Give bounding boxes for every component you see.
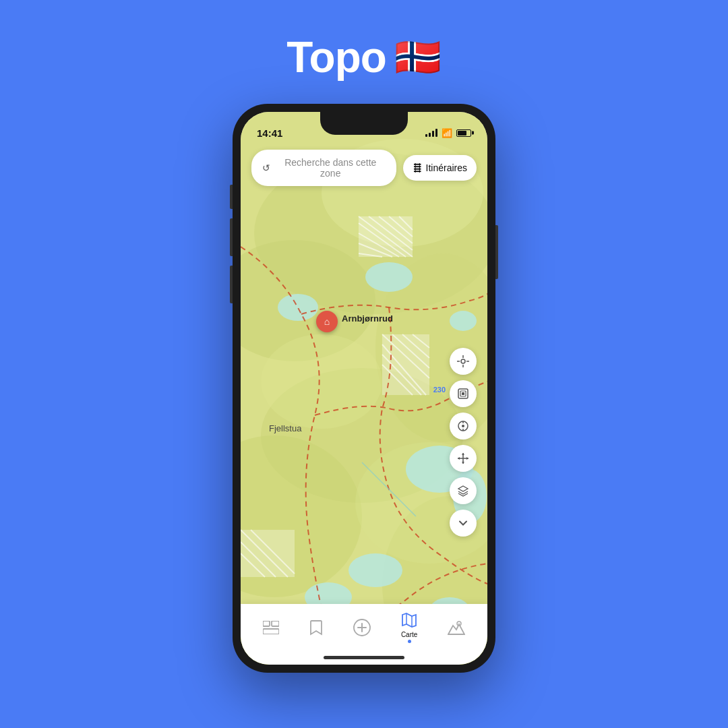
notch xyxy=(320,112,408,135)
signal-icon xyxy=(425,129,437,137)
pin-home-icon: ⌂ xyxy=(324,316,330,327)
app-title: Topo xyxy=(286,32,386,82)
itineraires-button[interactable]: 🛤 Itinéraires xyxy=(403,155,477,181)
search-refresh-icon: ↺ xyxy=(262,162,270,173)
signal-bar-2 xyxy=(429,133,431,137)
battery-icon xyxy=(456,129,471,137)
location-label: Arnbjørnrud xyxy=(342,313,393,324)
bookmark-icon xyxy=(309,619,323,636)
carte-label: Carte xyxy=(401,631,417,638)
power-button xyxy=(495,225,498,279)
svg-point-43 xyxy=(461,359,465,363)
pin-marker: ⌂ xyxy=(316,311,338,332)
home-indicator xyxy=(324,656,404,659)
svg-rect-63 xyxy=(263,629,279,634)
map-pin[interactable]: ⌂ xyxy=(316,311,338,332)
phone-frame: 14:41 📶 ↺ R xyxy=(233,104,495,673)
terrain-icon xyxy=(448,620,465,635)
menu-icon xyxy=(263,621,279,634)
signal-bar-3 xyxy=(432,131,434,137)
status-icons: 📶 xyxy=(425,128,471,138)
svg-rect-50 xyxy=(462,392,464,395)
nav-item-menu[interactable] xyxy=(255,617,287,638)
svg-rect-30 xyxy=(382,334,429,395)
move-button[interactable] xyxy=(450,445,477,472)
svg-rect-62 xyxy=(272,621,279,626)
map-right-controls xyxy=(450,348,477,537)
nav-item-carte[interactable]: Carte xyxy=(393,608,425,647)
location-button[interactable] xyxy=(450,348,477,375)
volume-down-button xyxy=(230,266,233,303)
signal-bar-1 xyxy=(425,134,427,137)
map-icon xyxy=(401,612,417,628)
nav-item-add[interactable] xyxy=(345,615,379,640)
svg-marker-59 xyxy=(458,457,460,460)
svg-point-15 xyxy=(348,553,402,587)
collapse-button[interactable] xyxy=(450,510,477,537)
map-layers-button[interactable] xyxy=(450,380,477,407)
app-header: Topo 🇳🇴 xyxy=(286,32,442,82)
active-dot xyxy=(408,640,411,643)
stack-layers-button[interactable] xyxy=(450,477,477,504)
svg-point-12 xyxy=(450,311,477,331)
svg-marker-57 xyxy=(462,453,464,455)
battery-fill xyxy=(458,131,466,135)
status-time: 14:41 xyxy=(257,127,282,139)
wifi-icon: 📶 xyxy=(442,128,452,138)
svg-rect-38 xyxy=(241,530,295,577)
volume-mute-button xyxy=(230,185,233,209)
svg-marker-58 xyxy=(462,462,464,464)
add-icon xyxy=(353,619,371,636)
map-top-controls: ↺ Recherche dans cette zone 🛤 Itinéraire… xyxy=(251,150,477,186)
itineraires-label: Itinéraires xyxy=(426,162,467,173)
search-zone-label: Recherche dans cette zone xyxy=(276,157,386,179)
search-zone-button[interactable]: ↺ Recherche dans cette zone xyxy=(251,150,396,186)
svg-rect-61 xyxy=(263,621,270,626)
compass-button[interactable] xyxy=(450,413,477,439)
svg-point-11 xyxy=(365,262,413,292)
volume-up-button xyxy=(230,218,233,256)
flag-icon: 🇳🇴 xyxy=(394,35,442,80)
nav-item-bookmarks[interactable] xyxy=(301,615,331,640)
fjellstua-label: Fjellstua xyxy=(269,423,301,433)
elevation-label: 230 xyxy=(433,386,446,394)
map-area[interactable]: 14:41 📶 ↺ R xyxy=(241,112,487,665)
itineraires-icon: 🛤 xyxy=(413,162,422,173)
phone-screen: 14:41 📶 ↺ R xyxy=(241,112,487,665)
svg-point-52 xyxy=(462,425,464,427)
svg-point-8 xyxy=(261,334,382,429)
signal-bar-4 xyxy=(435,129,437,137)
nav-item-terrain[interactable] xyxy=(439,616,473,639)
svg-point-10 xyxy=(278,294,318,321)
svg-marker-60 xyxy=(466,457,468,460)
